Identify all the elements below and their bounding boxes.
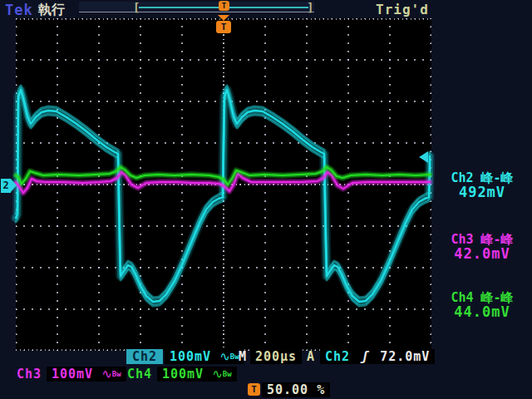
center-horizontal-axis	[16, 184, 431, 185]
measurement-ch2-pkpk: Ch2 峰-峰 492mV	[434, 171, 530, 200]
timebase-label: M	[239, 349, 247, 364]
measurement-value: 492mV	[434, 185, 530, 200]
ch4-bandwidth-icon: Bw	[223, 370, 232, 378]
trigger-position-arrow-icon[interactable]	[218, 15, 229, 21]
timebase-readout[interactable]: 200µs	[250, 349, 302, 364]
trigger-readout[interactable]: Ch2 ʃ 72.0mV	[320, 349, 435, 364]
ch2-coupling-icon: ∿	[219, 349, 230, 364]
oscilloscope-screen: Tek 執行 Trig'd [ ] T T 2 Ch2 峰-峰 492mV Ch…	[0, 0, 532, 399]
ch4-scale-readout[interactable]: 100mV ∿Bw	[157, 367, 237, 382]
record-trigger-position-icon[interactable]: T	[219, 1, 229, 11]
ch3-coupling-icon: ∿	[101, 367, 112, 382]
measurement-value: 44.0mV	[434, 305, 530, 319]
ch4-scale-value: 100mV	[162, 367, 204, 382]
trigger-mode-label: A	[307, 349, 315, 364]
measurement-ch3-pkpk: Ch3 峰-峰 42.0mV	[434, 233, 530, 261]
trigger-level-arrow-icon[interactable]	[419, 151, 428, 163]
ch3-scale-readout[interactable]: 100mV ∿Bw	[47, 367, 126, 382]
trigger-status: Trig'd	[376, 2, 429, 17]
ch2-ground-marker-tip	[11, 179, 17, 192]
ch3-scale-value: 100mV	[52, 367, 93, 382]
graticule	[16, 18, 431, 351]
trigger-slope-icon: ʃ	[358, 349, 372, 364]
ch2-scale-readout[interactable]: 100mV ∿Bw	[165, 349, 244, 364]
measurement-ch4-pkpk: Ch4 峰-峰 44.0mV	[434, 291, 530, 319]
ch2-bandwidth-icon: Bw	[230, 352, 239, 361]
horizontal-position-icon[interactable]: T	[248, 383, 260, 396]
ch2-ground-marker[interactable]: 2	[1, 179, 11, 193]
trigger-level: 72.0mV	[380, 349, 430, 364]
acquisition-status: 執行	[38, 2, 65, 19]
tek-logo: Tek	[5, 2, 33, 18]
graticule-ticks-right	[430, 18, 431, 351]
ch4-channel-button[interactable]: Ch4	[127, 367, 152, 382]
ch3-bandwidth-icon: Bw	[112, 370, 121, 378]
ch3-channel-button[interactable]: Ch3	[17, 367, 42, 382]
ch4-coupling-icon: ∿	[212, 367, 223, 382]
record-view-baseline	[79, 12, 314, 12]
ch2-channel-button[interactable]: Ch2	[126, 349, 163, 364]
horizontal-position-readout[interactable]: 50.00 %	[262, 382, 330, 397]
trigger-position-flag-icon[interactable]: T	[216, 21, 231, 33]
measurement-value: 42.0mV	[434, 247, 530, 261]
trigger-source: Ch2	[325, 349, 350, 364]
ch2-scale-value: 100mV	[170, 349, 211, 364]
